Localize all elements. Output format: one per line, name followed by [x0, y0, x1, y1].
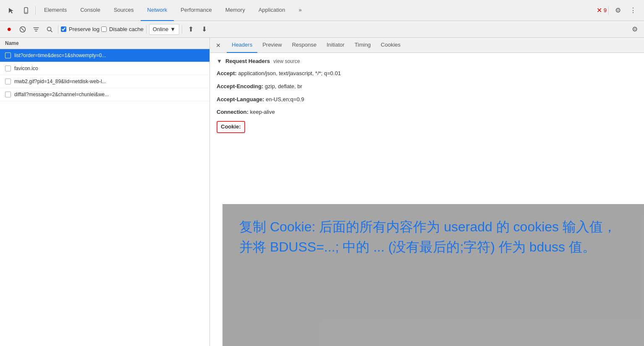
item-checkbox[interactable] [5, 66, 11, 71]
preserve-log-label[interactable]: Preserve log [61, 26, 99, 32]
throttle-chevron: ▼ [170, 26, 175, 32]
devtools-tab-bar: Elements Console Sources Network Perform… [0, 0, 644, 21]
tab-more[interactable]: » [292, 0, 308, 21]
filter-button[interactable] [30, 24, 42, 35]
divider [35, 6, 36, 15]
tab-headers[interactable]: Headers [227, 38, 257, 53]
clear-button[interactable] [17, 24, 29, 35]
tab-application[interactable]: Application [252, 0, 292, 21]
divider2 [608, 6, 609, 15]
divider5 [182, 25, 182, 34]
tab-memory[interactable]: Memory [219, 0, 252, 21]
tab-performance[interactable]: Performance [174, 0, 218, 21]
detail-tabs: ✕ Headers Preview Response Initiator Tim… [210, 38, 644, 53]
preserve-log-checkbox[interactable] [61, 26, 66, 32]
disable-cache-checkbox[interactable] [101, 26, 107, 32]
network-item[interactable]: list?order=time&desc=1&showempty=0... [0, 49, 209, 62]
section-title: Request Headers [225, 58, 270, 64]
network-item[interactable]: favicon.ico [0, 62, 209, 75]
cookie-key[interactable]: Cookie: [217, 121, 245, 133]
tab-preview[interactable]: Preview [257, 38, 287, 53]
divider3 [58, 25, 58, 34]
item-name: favicon.ico [14, 66, 204, 71]
section-header: ▼ Request Headers view source [217, 58, 637, 64]
disable-cache-label[interactable]: Disable cache [101, 26, 144, 32]
header-row-connection: Connection: keep-alive [217, 108, 637, 117]
item-name: diffall?message=2&channel=chunlei&we... [14, 92, 204, 97]
tab-timing[interactable]: Timing [350, 38, 376, 53]
tab-initiator[interactable]: Initiator [322, 38, 350, 53]
record-button[interactable]: ● [3, 24, 15, 35]
header-value: keep-alive [250, 109, 275, 115]
header-row-encoding: Accept-Encoding: gzip, deflate, br [217, 82, 637, 91]
export-button[interactable]: ⬇ [198, 24, 210, 35]
tab-response[interactable]: Response [287, 38, 322, 53]
more-menu-icon[interactable]: ⋮ [626, 3, 641, 18]
header-value: gzip, deflate, br [265, 83, 302, 89]
item-checkbox[interactable] [5, 79, 11, 84]
network-list-header: Name [0, 38, 209, 49]
cursor-icon[interactable] [3, 3, 18, 18]
item-checkbox[interactable] [5, 52, 11, 58]
settings-icon[interactable]: ⚙ [610, 3, 626, 18]
header-key: Accept-Language: [217, 96, 264, 102]
header-value: en-US,en;q=0.9 [266, 96, 304, 102]
header-key: Accept-Encoding: [217, 83, 263, 89]
network-settings-icon[interactable]: ⚙ [629, 24, 641, 35]
view-source-button[interactable]: view source [273, 58, 300, 64]
header-row-language: Accept-Language: en-US,en;q=0.9 [217, 95, 637, 104]
network-list-panel: Name list?order=time&desc=1&showempty=0.… [0, 38, 210, 346]
tab-elements[interactable]: Elements [37, 0, 73, 21]
mobile-icon[interactable] [18, 3, 34, 18]
tab-console[interactable]: Console [73, 0, 107, 21]
header-key: Connection: [217, 109, 249, 115]
svg-rect-1 [25, 12, 27, 13]
preserve-log-text: Preserve log [69, 26, 99, 32]
header-key: Accept: [217, 70, 237, 76]
cookie-overlay-text: 复制 Cookie: 后面的所有内容作为 useradd 的 cookies 输… [239, 217, 627, 257]
disable-cache-text: Disable cache [109, 26, 144, 32]
network-item[interactable]: mwb2.gif?pid=14_89&lid=netdisk-web-l... [0, 75, 209, 88]
svg-line-5 [51, 30, 52, 32]
item-checkbox[interactable] [5, 92, 11, 97]
svg-line-3 [21, 28, 24, 31]
divider4 [146, 25, 147, 34]
close-panel-button[interactable]: ✕ [213, 40, 223, 50]
header-value: application/json, text/javascript, */*; … [238, 70, 341, 76]
header-row-cookie: Cookie: [217, 121, 637, 133]
network-toolbar: ● Preserve log Disable cache Online ▼ ⬆ … [0, 21, 644, 38]
detail-content: ▼ Request Headers view source Accept: ap… [210, 53, 644, 346]
item-name: mwb2.gif?pid=14_89&lid=netdisk-web-l... [14, 79, 204, 84]
tab-cookies[interactable]: Cookies [376, 38, 406, 53]
network-item[interactable]: diffall?message=2&channel=chunlei&we... [0, 88, 209, 101]
tab-sources[interactable]: Sources [107, 0, 141, 21]
error-badge: ✕ 9 [597, 6, 607, 14]
import-button[interactable]: ⬆ [185, 24, 196, 35]
cookie-overlay: 复制 Cookie: 后面的所有内容作为 useradd 的 cookies 输… [223, 204, 644, 346]
error-icon: ✕ [597, 6, 602, 14]
main-layout: Name list?order=time&desc=1&showempty=0.… [0, 38, 644, 346]
throttle-select[interactable]: Online ▼ [149, 24, 179, 35]
search-button[interactable] [44, 24, 55, 35]
item-name: list?order=time&desc=1&showempty=0... [14, 52, 204, 58]
tab-network[interactable]: Network [141, 0, 174, 21]
error-count: 9 [604, 7, 607, 13]
triangle-icon: ▼ [217, 58, 222, 64]
detail-panel: ✕ Headers Preview Response Initiator Tim… [210, 38, 644, 346]
header-row-accept: Accept: application/json, text/javascrip… [217, 69, 637, 78]
throttle-label: Online [153, 26, 169, 32]
